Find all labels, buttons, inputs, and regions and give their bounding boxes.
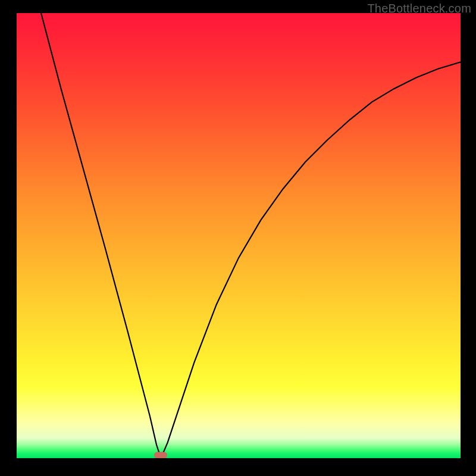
chart-frame: TheBottleneck.com	[0, 0, 476, 476]
plot-area	[17, 13, 461, 458]
curve-left-branch	[41, 13, 161, 458]
curve-layer	[17, 13, 461, 458]
watermark-text: TheBottleneck.com	[367, 2, 471, 15]
min-marker	[154, 452, 167, 458]
curve-right-branch	[161, 62, 461, 458]
